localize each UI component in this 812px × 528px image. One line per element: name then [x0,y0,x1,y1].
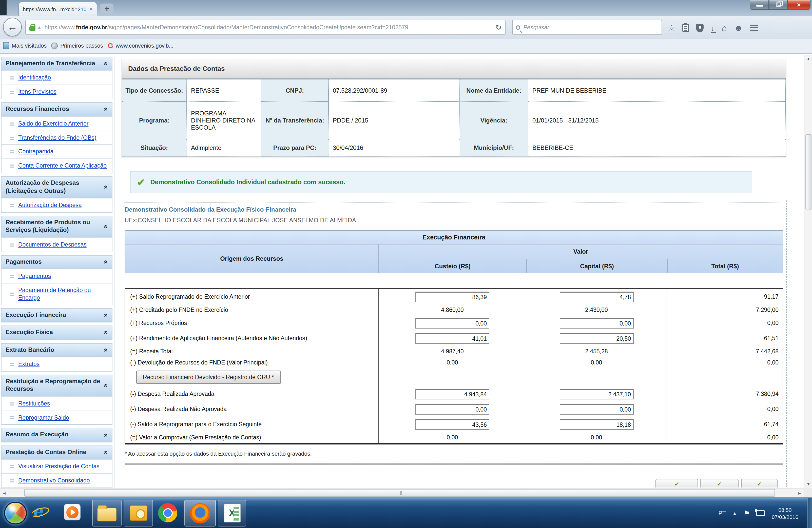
scroll-right-icon[interactable]: ► [795,489,804,497]
clock[interactable]: 08:50 07/03/2016 [772,506,798,520]
custeio-input[interactable] [415,333,489,344]
scroll-up-icon[interactable]: ▲ [805,55,812,63]
network-icon[interactable] [756,510,765,516]
capital-input[interactable] [560,291,634,302]
clipped-action-button-2[interactable]: ✔ [700,479,739,487]
bookmark-convenios[interactable]: G www.convenios.gov.b... [108,42,174,50]
sidebar-link[interactable]: Contrapartida [18,148,54,156]
reload-icon[interactable]: ↻ [491,23,502,31]
action-center-flag-icon[interactable]: ⚑ [744,509,750,517]
messenger-icon[interactable]: ☻ [734,24,743,32]
sidebar-link[interactable]: Itens Previstos [18,88,57,96]
custeio-input[interactable] [415,318,489,328]
capital-input[interactable] [560,389,634,399]
menu-icon[interactable] [750,25,758,26]
sidebar-item[interactable]: Reprogramar Saldo [1,410,112,424]
gru-registro-button[interactable]: Recurso Financeiro Devolvido - Registro … [136,371,281,384]
bookmarks-menu-icon[interactable] [683,24,689,32]
sidebar-item[interactable]: Transferências do Fnde (OBs) [1,130,112,145]
sidebar-item[interactable]: Conta Corrente e Conta Aplicação [1,159,112,173]
back-button[interactable]: ← [3,18,22,36]
browser-tab[interactable]: https://www.fn...m?cid=2102579 × [18,1,97,16]
collapse-chevron-icon[interactable]: « [102,433,110,437]
collapse-chevron-icon[interactable]: « [102,383,110,387]
sidebar-item[interactable]: Documentos de Despesas [1,237,112,251]
sidebar-link[interactable]: Autorização de Despesa [18,201,82,209]
tab-close-icon[interactable]: × [89,6,93,12]
sidebar-link[interactable]: Identificação [18,74,51,82]
collapse-chevron-icon[interactable]: « [102,260,110,263]
bookmark-most-visited[interactable]: Mais visitados [3,42,47,49]
custeio-input[interactable] [415,389,489,399]
clipped-action-button-3[interactable]: ✔ [741,479,778,487]
taskbar-item-file-explorer[interactable] [92,500,121,527]
sidebar-section-header[interactable]: Recursos Financeiros« [1,103,112,116]
custeio-input[interactable] [415,291,489,302]
shield-icon[interactable]: ∨ [696,24,704,32]
sidebar-item[interactable]: Autorização de Despesa [1,198,112,212]
collapse-chevron-icon[interactable]: « [102,348,110,351]
clipped-action-button-1[interactable]: ✔ [655,479,698,487]
sidebar-link[interactable]: Extratos [18,360,40,368]
minimize-button[interactable] [750,0,769,10]
capital-input[interactable] [560,419,634,429]
sidebar-section-header[interactable]: Recebimento de Produtos ou Serviços (Liq… [1,216,112,237]
sidebar-link[interactable]: Demonstrativo Consolidado [18,477,90,484]
start-button[interactable] [4,502,27,525]
taskbar-item-media-player[interactable] [64,504,81,521]
sidebar-link[interactable]: Pagamento de Retenção ou Encargo [18,287,110,302]
new-tab-button[interactable]: + [100,3,114,14]
collapse-chevron-icon[interactable]: « [102,225,110,228]
sidebar-item[interactable]: Restituições [1,396,112,410]
sidebar-item[interactable]: Pagamentos [1,269,112,283]
sidebar-link[interactable]: Reprogramar Saldo [18,414,69,421]
bookmark-star-icon[interactable]: ☆ [668,24,676,32]
vertical-scrollbar-thumb[interactable] [806,134,812,210]
sidebar-item[interactable]: Visualizar Prestação de Contas [1,459,112,473]
sidebar-link[interactable]: Pagamentos [18,272,51,280]
bookmark-getting-started[interactable]: Primeiros passos [51,42,103,49]
downloads-icon[interactable]: ↓ [711,24,715,32]
sidebar-item[interactable]: Itens Previstos [1,85,112,99]
sidebar-section-header[interactable]: Restituição e Reprogramação de Recursos« [1,375,112,396]
sidebar-item[interactable]: Extratos [1,357,112,371]
custeio-input[interactable] [415,419,489,429]
collapse-chevron-icon[interactable]: « [102,62,110,65]
vertical-scrollbar[interactable]: ▲ ▼ [804,55,812,488]
sidebar-section-header[interactable]: Prestação de Contas Online« [1,446,112,459]
taskbar-item-firefox-active[interactable] [184,500,216,527]
sidebar-section-header[interactable]: Extrato Bancário« [1,344,112,357]
tray-expand-icon[interactable]: ▲ [733,511,737,516]
taskbar-item-internet-explorer[interactable]: e [32,502,42,520]
collapse-chevron-icon[interactable]: « [102,185,110,189]
sidebar-section-header[interactable]: Execução Financeira« [1,309,112,322]
sidebar-link[interactable]: Visualizar Prestação de Contas [18,463,100,470]
collapse-chevron-icon[interactable]: « [102,108,110,111]
language-indicator[interactable]: PT [719,510,726,516]
sidebar-section-header[interactable]: Execução Física« [1,326,112,340]
collapse-chevron-icon[interactable]: « [102,313,110,317]
horizontal-scrollbar[interactable]: ◄ ► [0,488,804,497]
sidebar-link[interactable]: Documentos de Despesas [18,241,87,248]
sidebar-link[interactable]: Transferências do Fnde (OBs) [18,134,97,141]
close-button[interactable]: × [787,0,811,10]
sidebar-item[interactable]: Demonstrativo Consolidado [1,473,112,487]
sidebar-section-header[interactable]: Autorização de Despesas (Licitações e Ou… [1,177,112,198]
capital-input[interactable] [560,333,634,344]
sidebar-item[interactable]: Saldo do Exercício Anterior [1,116,112,130]
show-desktop-button[interactable] [808,498,812,528]
scroll-left-icon[interactable]: ◄ [0,489,9,497]
custeio-input[interactable] [415,404,489,414]
sidebar-link[interactable]: Restituições [18,400,50,407]
horizontal-scrollbar-thumb[interactable] [24,489,775,497]
sidebar-link[interactable]: Saldo do Exercício Anterior [18,120,88,127]
search-input[interactable] [523,24,658,30]
sidebar-item[interactable]: Identificação [1,71,112,85]
taskbar-item-chrome[interactable] [158,503,177,523]
home-icon[interactable]: ⌂ [722,24,727,32]
search-box[interactable] [512,20,662,35]
url-bar[interactable]: ▲ https://www.fnde.gov.br/sigpc/pages/Ma… [25,20,506,35]
collapse-chevron-icon[interactable]: « [102,451,110,454]
sidebar-section-header[interactable]: Resumo da Execução« [1,428,112,442]
collapse-chevron-icon[interactable]: « [102,331,110,334]
